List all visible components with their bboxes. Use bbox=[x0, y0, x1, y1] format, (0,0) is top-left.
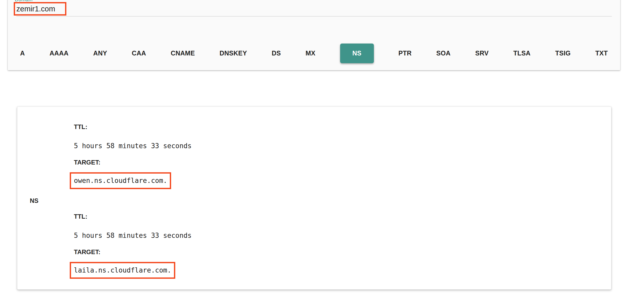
record-type-tabs: A AAAA ANY CAA CNAME DNSKEY DS MX NS PTR… bbox=[8, 44, 620, 63]
ttl-label: TTL: bbox=[74, 213, 601, 220]
tab-txt[interactable]: TXT bbox=[595, 49, 608, 57]
ttl-label: TTL: bbox=[74, 124, 601, 130]
tab-any[interactable]: ANY bbox=[93, 49, 107, 57]
ttl-value: 5 hours 58 minutes 33 seconds bbox=[74, 142, 601, 150]
tab-soa[interactable]: SOA bbox=[436, 49, 451, 57]
target-label: TARGET: bbox=[74, 159, 601, 166]
input-highlight-box: zemir1.com bbox=[14, 2, 66, 16]
tab-mx[interactable]: MX bbox=[305, 49, 315, 57]
results-card: NS TTL: 5 hours 58 minutes 33 seconds TA… bbox=[17, 106, 611, 290]
tab-cname[interactable]: CNAME bbox=[171, 49, 195, 57]
tab-dnskey[interactable]: DNSKEY bbox=[220, 49, 247, 57]
record-group: TTL: 5 hours 58 minutes 33 seconds TARGE… bbox=[74, 213, 601, 279]
tab-tsig[interactable]: TSIG bbox=[555, 49, 571, 57]
target-highlight-box: laila.ns.cloudflare.com. bbox=[70, 262, 175, 279]
record-type-column: NS bbox=[30, 124, 74, 278]
tab-tlsa[interactable]: TLSA bbox=[513, 49, 530, 57]
target-highlight-box: owen.ns.cloudflare.com. bbox=[70, 172, 171, 189]
target-value: owen.ns.cloudflare.com. bbox=[74, 177, 167, 184]
target-label: TARGET: bbox=[74, 249, 601, 255]
tab-caa[interactable]: CAA bbox=[132, 49, 146, 57]
tab-ptr[interactable]: PTR bbox=[398, 49, 412, 57]
records-column: TTL: 5 hours 58 minutes 33 seconds TARGE… bbox=[74, 124, 601, 278]
tab-srv[interactable]: SRV bbox=[475, 49, 489, 57]
query-panel: Domain zemir1.com A AAAA ANY CAA CNAME D… bbox=[8, 0, 620, 70]
ttl-value: 5 hours 58 minutes 33 seconds bbox=[74, 232, 601, 240]
tab-a[interactable]: A bbox=[20, 49, 25, 57]
tab-aaaa[interactable]: AAAA bbox=[50, 49, 68, 57]
input-underline bbox=[16, 16, 612, 17]
domain-input[interactable]: zemir1.com bbox=[16, 3, 94, 14]
tab-ds[interactable]: DS bbox=[272, 49, 281, 57]
record-group: TTL: 5 hours 58 minutes 33 seconds TARGE… bbox=[74, 124, 601, 189]
record-type-label: NS bbox=[30, 198, 38, 204]
target-value: laila.ns.cloudflare.com. bbox=[74, 266, 171, 274]
tab-ns-selected[interactable]: NS bbox=[340, 44, 374, 63]
